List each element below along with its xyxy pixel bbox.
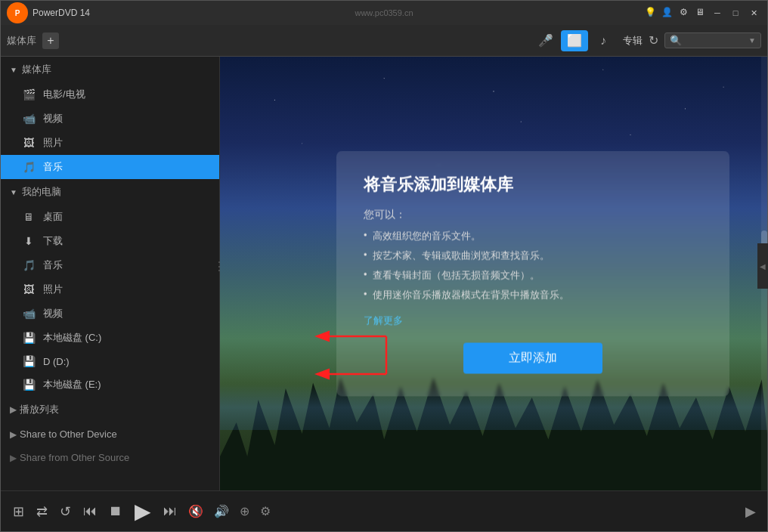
info-card: 将音乐添加到媒体库 您可以： 高效组织您的音乐文件。 按艺术家、专辑或歌曲浏览和… — [336, 151, 729, 397]
music2-label: 音乐 — [43, 258, 63, 272]
share-online-label: Share from Other Source — [20, 452, 129, 463]
chevron-media-lib: ▼ — [10, 66, 17, 74]
sidebar: ▼ 媒体库 🎬 电影/电视 📹 视频 🖼 照片 🎵 音乐 — [1, 57, 220, 490]
card-title: 将音乐添加到媒体库 — [364, 174, 702, 196]
video2-icon: 📹 — [22, 308, 36, 320]
sidebar-header-playlist[interactable]: ▶ 播放列表 — [1, 397, 219, 422]
refresh-button[interactable]: ↻ — [649, 33, 658, 48]
app-title: PowerDVD 14 — [33, 8, 643, 18]
player-zoom-button[interactable]: ⊕ — [237, 502, 252, 521]
downloads-label: 下载 — [43, 234, 63, 248]
player-play-button[interactable]: ▶ — [132, 496, 154, 527]
card-list: 高效组织您的音乐文件。 按艺术家、专辑或歌曲浏览和查找音乐。 查看专辑封面（包括… — [364, 230, 702, 302]
user-icon[interactable]: 👤 — [660, 5, 674, 19]
local-e-label: 本地磁盘 (E:) — [43, 378, 101, 391]
sidebar-item-video[interactable]: 📹 视频 — [1, 107, 219, 131]
url-label: www.pc0359.cn — [355, 8, 413, 17]
chevron-my-computer: ▼ — [10, 188, 17, 196]
video-icon: 📹 — [22, 113, 36, 125]
sidebar-item-video2[interactable]: 📹 视频 — [1, 302, 219, 326]
sidebar-header-share-other[interactable]: ▶ Share to Other Device — [1, 422, 219, 446]
media-lib-section-label: 媒体库 — [22, 63, 51, 76]
sidebar-item-music[interactable]: 🎵 音乐 — [1, 155, 219, 179]
player-stop-button[interactable]: ⏹ — [106, 500, 125, 522]
sidebar-item-movies-tv[interactable]: 🎬 电影/电视 — [1, 82, 219, 107]
chevron-down-icon: ▼ — [748, 36, 756, 45]
sidebar-item-photos[interactable]: 🖼 照片 — [1, 131, 219, 155]
learn-more-link[interactable]: 了解更多 — [364, 314, 702, 328]
app-window: P PowerDVD 14 www.pc0359.cn 💡 👤 ⚙ 🖥 ─ □ … — [0, 0, 768, 532]
toolbar: 媒体库 + 🎤 ⬜ ♪ 专辑 ↻ 🔍 ▼ — [1, 25, 767, 57]
desktop-label: 桌面 — [43, 210, 63, 224]
minimize-button[interactable]: ─ — [710, 5, 725, 20]
bulb-icon[interactable]: 💡 — [643, 5, 657, 19]
sidebar-item-music2[interactable]: 🎵 音乐 — [1, 253, 219, 277]
section-my-computer: ▼ 我的电脑 🖥 桌面 ⬇ 下载 🎵 音乐 🖼 照片 — [1, 179, 219, 397]
player-grid-button[interactable]: ⊞ — [10, 500, 27, 523]
search-box[interactable]: 🔍 ▼ — [664, 32, 761, 48]
close-button[interactable]: ✕ — [746, 5, 761, 20]
expand-share-online-icon: ▶ — [10, 453, 17, 463]
sidebar-item-drive-d[interactable]: 💾 D (D:) — [1, 350, 219, 373]
share-other-label: Share to Other Device — [20, 428, 117, 440]
player-prev-button[interactable]: ⏮ — [80, 500, 100, 522]
sidebar-header-media-lib[interactable]: ▼ 媒体库 — [1, 57, 219, 82]
settings-icon[interactable]: ⚙ — [677, 5, 690, 19]
video2-label: 视频 — [43, 307, 63, 320]
player-next-button[interactable]: ⏭ — [160, 500, 180, 522]
drive-d-icon: 💾 — [22, 355, 36, 367]
sidebar-resize-handle[interactable]: ⋮ — [213, 259, 225, 274]
desktop-icon: 🖥 — [22, 211, 36, 223]
section-share-other: ▶ Share to Other Device — [1, 422, 219, 446]
music2-icon: 🎵 — [22, 259, 36, 271]
add-button[interactable]: + — [42, 32, 59, 49]
sidebar-header-share-online[interactable]: ▶ Share from Other Source — [1, 446, 219, 469]
card-bullet-3: 查看专辑封面（包括无损音频文件）。 — [364, 269, 702, 283]
sidebar-header-my-computer[interactable]: ▼ 我的电脑 — [1, 179, 219, 205]
player-volume-button[interactable]: 🔊 — [212, 502, 231, 521]
card-subtitle: 您可以： — [364, 209, 702, 222]
main-content: ▼ 媒体库 🎬 电影/电视 📹 视频 🖼 照片 🎵 音乐 — [1, 57, 767, 490]
add-now-button[interactable]: 立即添加 — [463, 343, 602, 374]
drive-d-label: D (D:) — [43, 356, 70, 367]
sidebar-item-photos2[interactable]: 🖼 照片 — [1, 277, 219, 302]
drive-e-icon: 💾 — [22, 379, 36, 391]
tab-mic[interactable]: 🎤 — [532, 30, 559, 51]
video-label: 视频 — [43, 112, 63, 125]
photos2-label: 照片 — [43, 283, 63, 296]
player-bar: ⊞ ⇄ ↺ ⏮ ⏹ ▶ ⏭ 🔇 🔊 ⊕ ⚙ ▶ — [1, 490, 767, 531]
my-computer-section-label: 我的电脑 — [22, 185, 61, 199]
toolbar-right: 🎤 ⬜ ♪ 专辑 ↻ 🔍 ▼ — [532, 30, 761, 51]
expand-share-icon: ▶ — [10, 429, 17, 440]
right-panel-expand[interactable]: ◀ — [757, 243, 767, 289]
search-icon: 🔍 — [670, 35, 682, 46]
sidebar-item-local-c[interactable]: 💾 本地磁盘 (C:) — [1, 326, 219, 350]
tab-screen[interactable]: ⬜ — [561, 30, 588, 51]
search-input[interactable] — [685, 36, 745, 46]
photos-label: 照片 — [43, 136, 63, 150]
card-bullet-2: 按艺术家、专辑或歌曲浏览和查找音乐。 — [364, 249, 702, 263]
screen-icon[interactable]: 🖥 — [693, 5, 707, 19]
sidebar-item-downloads[interactable]: ⬇ 下载 — [1, 229, 219, 253]
player-settings-button[interactable]: ⚙ — [258, 502, 273, 521]
expand-playlist-icon: ▶ — [10, 404, 17, 415]
card-bullet-4: 使用迷你音乐播放器模式在背景中播放音乐。 — [364, 289, 702, 302]
player-repeat-button[interactable]: ↺ — [57, 500, 74, 523]
playlist-section-label: 播放列表 — [20, 403, 59, 416]
maximize-button[interactable]: □ — [728, 5, 743, 20]
section-media-lib: ▼ 媒体库 🎬 电影/电视 📹 视频 🖼 照片 🎵 音乐 — [1, 57, 219, 179]
sidebar-item-desktop[interactable]: 🖥 桌面 — [1, 205, 219, 229]
section-playlist: ▶ 播放列表 — [1, 397, 219, 422]
player-shuffle-button[interactable]: ⇄ — [33, 500, 51, 523]
album-label: 专辑 — [623, 34, 643, 48]
drive-c-icon: 💾 — [22, 332, 36, 344]
sidebar-item-local-e[interactable]: 💾 本地磁盘 (E:) — [1, 373, 219, 397]
player-mute-button[interactable]: 🔇 — [186, 502, 206, 521]
tab-music[interactable]: ♪ — [590, 30, 617, 51]
section-share-online: ▶ Share from Other Source — [1, 446, 219, 469]
toolbar-left: 媒体库 + — [7, 32, 59, 49]
photos2-icon: 🖼 — [22, 283, 36, 295]
movies-label: 电影/电视 — [43, 88, 85, 101]
player-expand-button[interactable]: ▶ — [743, 501, 758, 522]
music-label: 音乐 — [43, 160, 63, 174]
